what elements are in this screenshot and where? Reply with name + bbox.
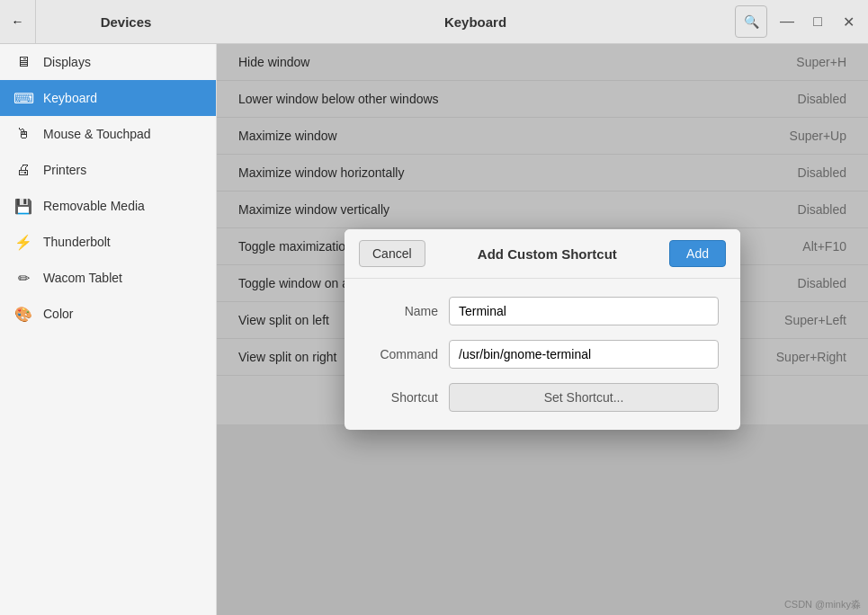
- name-label: Name: [366, 304, 438, 318]
- command-input[interactable]: [449, 340, 719, 369]
- color-icon: 🎨: [14, 305, 32, 323]
- search-icon: 🔍: [744, 14, 759, 29]
- sidebar-item-mouse[interactable]: 🖱 Mouse & Touchpad: [0, 116, 216, 152]
- section-title: Devices: [36, 14, 216, 30]
- removable-icon: 💾: [14, 197, 32, 215]
- cancel-button[interactable]: Cancel: [359, 240, 425, 267]
- sidebar-item-label: Keyboard: [43, 91, 97, 105]
- sidebar-item-label: Thunderbolt: [43, 235, 111, 249]
- maximize-button[interactable]: □: [803, 7, 832, 36]
- close-button[interactable]: ✕: [834, 7, 863, 36]
- sidebar: 🖥 Displays ⌨ Keyboard 🖱 Mouse & Touchpad…: [0, 44, 217, 615]
- sidebar-item-label: Color: [43, 307, 73, 321]
- sidebar-item-label: Displays: [43, 55, 91, 69]
- wacom-icon: ✏: [14, 269, 32, 287]
- sidebar-item-label: Printers: [43, 163, 86, 177]
- sidebar-item-label: Wacom Tablet: [43, 271, 122, 285]
- mouse-icon: 🖱: [14, 125, 32, 143]
- main-layout: 🖥 Displays ⌨ Keyboard 🖱 Mouse & Touchpad…: [0, 44, 868, 615]
- printers-icon: 🖨: [14, 161, 32, 179]
- search-button[interactable]: 🔍: [735, 5, 767, 38]
- add-button[interactable]: Add: [669, 240, 726, 267]
- command-row: Command: [366, 340, 719, 369]
- sidebar-item-keyboard[interactable]: ⌨ Keyboard: [0, 80, 216, 116]
- minimize-button[interactable]: —: [773, 7, 801, 36]
- command-label: Command: [366, 347, 438, 361]
- displays-icon: 🖥: [14, 53, 32, 71]
- sidebar-item-displays[interactable]: 🖥 Displays: [0, 44, 216, 80]
- window-controls: 🔍 — □ ✕: [735, 5, 868, 38]
- sidebar-item-printers[interactable]: 🖨 Printers: [0, 152, 216, 188]
- sidebar-item-color[interactable]: 🎨 Color: [0, 296, 216, 332]
- back-button[interactable]: ←: [0, 0, 36, 44]
- titlebar: ← Devices Keyboard 🔍 — □ ✕: [0, 0, 868, 44]
- content-area: Hide window Super+H Lower window below o…: [217, 44, 868, 615]
- thunderbolt-icon: ⚡: [14, 233, 32, 251]
- modal-title: Add Custom Shortcut: [478, 246, 617, 262]
- sidebar-item-removable[interactable]: 💾 Removable Media: [0, 188, 216, 224]
- back-icon: ←: [12, 14, 24, 29]
- shortcut-label: Shortcut: [366, 390, 438, 405]
- sidebar-item-thunderbolt[interactable]: ⚡ Thunderbolt: [0, 224, 216, 260]
- modal-overlay: Cancel Add Custom Shortcut Add Name Comm…: [217, 44, 868, 615]
- name-input[interactable]: [449, 297, 719, 325]
- sidebar-item-label: Removable Media: [43, 199, 145, 213]
- modal-header: Cancel Add Custom Shortcut Add: [345, 229, 740, 279]
- modal-body: Name Command Shortcut Set Shortcut...: [345, 279, 740, 430]
- page-title: Keyboard: [216, 14, 735, 30]
- name-row: Name: [366, 297, 719, 325]
- add-shortcut-modal: Cancel Add Custom Shortcut Add Name Comm…: [345, 229, 740, 430]
- sidebar-item-label: Mouse & Touchpad: [43, 127, 151, 141]
- set-shortcut-button[interactable]: Set Shortcut...: [449, 383, 719, 412]
- sidebar-item-wacom[interactable]: ✏ Wacom Tablet: [0, 260, 216, 296]
- shortcut-row: Shortcut Set Shortcut...: [366, 383, 719, 412]
- keyboard-icon: ⌨: [14, 89, 32, 107]
